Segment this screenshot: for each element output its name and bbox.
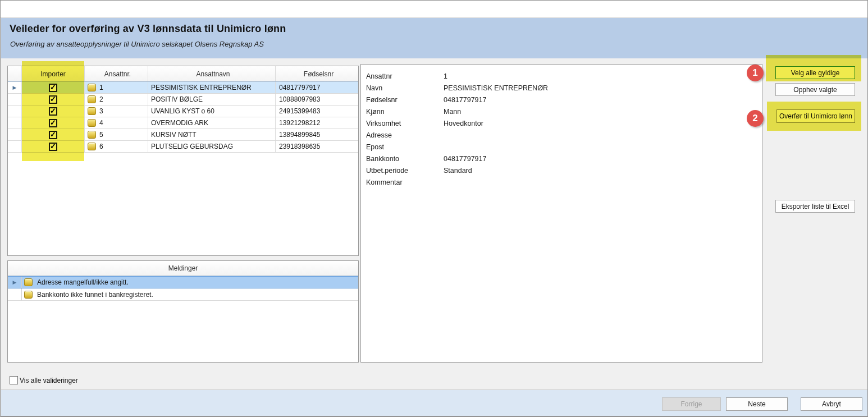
row-selector-header <box>8 66 22 81</box>
detail-row: VirksomhetHovedkontor <box>366 117 762 129</box>
gold-record-icon <box>88 119 96 127</box>
row-selector-cell[interactable]: ▶ <box>8 82 22 93</box>
detail-row: Epost <box>366 141 762 153</box>
ansattnr-cell[interactable]: 5 <box>85 129 148 140</box>
ansattnavn-cell[interactable]: KURSIV NØTT <box>148 129 276 140</box>
ansattnr-value: 1 <box>99 84 103 91</box>
row-selector-cell[interactable] <box>8 129 22 140</box>
import-checkbox[interactable]: ✓ <box>49 131 57 139</box>
table-row[interactable]: ✓ 6 PLUTSELIG GEBURSDAG 23918398635 <box>8 141 358 153</box>
employee-details-panel: Ansattnr1 NavnPESSIMISTISK ENTREPRENØR F… <box>360 64 762 363</box>
importer-cell[interactable]: ✓ <box>22 106 85 117</box>
show-validations-label: Vis alle valideringer <box>20 377 78 384</box>
message-text: Bankkonto ikke funnet i bankregisteret. <box>37 291 153 299</box>
column-header-importer[interactable]: Importer <box>22 66 85 81</box>
row-selector-cell[interactable]: ▶ <box>8 277 22 288</box>
deselect-selected-button[interactable]: Opphev valgte <box>775 83 855 96</box>
importer-cell[interactable]: ✓ <box>22 129 85 140</box>
detail-row: Adresse <box>366 129 762 141</box>
gold-record-icon <box>88 143 96 150</box>
table-row[interactable]: ▶ ✓ 1 PESSIMISTISK ENTREPRENØR 048177979… <box>8 82 358 94</box>
checkbox-checked-icon: ✓ <box>50 95 56 103</box>
row-selector-cell[interactable] <box>8 288 22 300</box>
field-value: PESSIMISTISK ENTREPRENØR <box>444 84 762 92</box>
detail-row: Utbet.periodeStandard <box>366 164 762 176</box>
import-checkbox[interactable]: ✓ <box>49 119 57 127</box>
ansattnr-cell[interactable]: 4 <box>85 117 148 129</box>
fodselsnr-cell[interactable]: 04817797917 <box>276 82 358 93</box>
transfer-to-unimicro-button[interactable]: Overfør til Unimicro lønn <box>776 109 855 123</box>
ansattnr-value: 5 <box>99 131 103 139</box>
column-header-ansattnavn[interactable]: Ansattnavn <box>148 66 276 81</box>
select-all-valid-button[interactable]: Velg alle gyldige <box>775 66 855 79</box>
import-checkbox[interactable]: ✓ <box>49 95 57 104</box>
importer-cell[interactable]: ✓ <box>22 117 85 129</box>
ansattnr-cell[interactable]: 2 <box>85 94 148 105</box>
next-button[interactable]: Neste <box>726 397 788 411</box>
show-validations-checkbox[interactable] <box>10 376 18 384</box>
field-label: Virksomhet <box>366 120 444 127</box>
back-button[interactable]: Forrige <box>662 397 721 411</box>
table-row[interactable]: ✓ 3 UVANLIG KYST o 60 24915399483 <box>8 106 358 117</box>
checkbox-checked-icon: ✓ <box>50 84 56 91</box>
export-to-excel-button[interactable]: Eksporter liste til Excel <box>775 200 855 213</box>
field-value: Standard <box>444 167 762 175</box>
field-label: Ansattnr <box>366 72 444 80</box>
ansattnavn-cell[interactable]: UVANLIG KYST o 60 <box>148 106 276 117</box>
page-title: Veileder for overføring av V3 lønnsdata … <box>10 23 286 35</box>
step2-badge: 2 <box>747 110 764 127</box>
field-value: Hovedkontor <box>444 120 762 127</box>
fodselsnr-cell[interactable]: 24915399483 <box>276 106 358 117</box>
wizard-header: Veileder for overføring av V3 lønnsdata … <box>1 18 868 58</box>
ansattnr-cell[interactable]: 1 <box>85 82 148 93</box>
fodselsnr-cell[interactable]: 13894899845 <box>276 129 358 140</box>
fodselsnr-cell[interactable]: 10888097983 <box>276 94 358 105</box>
ansattnavn-cell[interactable]: PLUTSELIG GEBURSDAG <box>148 141 276 152</box>
checkbox-checked-icon: ✓ <box>50 119 56 126</box>
gold-record-icon <box>88 84 96 91</box>
ansattnr-value: 2 <box>99 95 103 103</box>
row-selector-cell[interactable] <box>8 106 22 117</box>
fodselsnr-cell[interactable]: 13921298212 <box>276 117 358 129</box>
messages-grid-header[interactable]: Meldinger <box>8 261 358 276</box>
ansattnr-cell[interactable]: 3 <box>85 106 148 117</box>
employees-grid: Importer Ansattnr. Ansattnavn Fødselsnr … <box>7 66 359 256</box>
gold-record-icon <box>88 95 96 103</box>
ansattnavn-cell[interactable]: POSITIV BØLGE <box>148 94 276 105</box>
row-selector-cell[interactable] <box>8 141 22 152</box>
detail-row: NavnPESSIMISTISK ENTREPRENØR <box>366 82 762 94</box>
ansattnr-cell[interactable]: 6 <box>85 141 148 152</box>
ansattnr-value: 3 <box>99 107 103 115</box>
importer-cell[interactable]: ✓ <box>22 94 85 105</box>
field-label: Utbet.periode <box>366 167 444 175</box>
field-label: Bankkonto <box>366 155 444 163</box>
row-selector-cell[interactable] <box>8 94 22 105</box>
import-checkbox[interactable]: ✓ <box>49 143 57 151</box>
table-row[interactable]: ✓ 4 OVERMODIG ARK 13921298212 <box>8 117 358 129</box>
ansattnavn-cell[interactable]: OVERMODIG ARK <box>148 117 276 129</box>
show-validations-control[interactable]: Vis alle valideringer <box>10 376 78 384</box>
import-checkbox[interactable]: ✓ <box>49 107 57 116</box>
field-value: Mann <box>444 108 762 116</box>
import-checkbox[interactable]: ✓ <box>49 84 57 92</box>
message-row[interactable]: Bankkonto ikke funnet i bankregisteret. <box>8 288 358 301</box>
message-row[interactable]: ▶ Adresse mangelfull/ikke angitt. <box>8 276 358 288</box>
gold-record-icon <box>24 278 33 286</box>
fodselsnr-cell[interactable]: 23918398635 <box>276 141 358 152</box>
detail-row: Ansattnr1 <box>366 70 762 82</box>
detail-row: KjønnMann <box>366 106 762 117</box>
ansattnavn-cell[interactable]: PESSIMISTISK ENTREPRENØR <box>148 82 276 93</box>
importer-cell[interactable]: ✓ <box>22 82 85 93</box>
row-selector-cell[interactable] <box>8 117 22 129</box>
importer-cell[interactable]: ✓ <box>22 141 85 152</box>
field-label: Epost <box>366 143 444 151</box>
table-row[interactable]: ✓ 2 POSITIV BØLGE 10888097983 <box>8 94 358 106</box>
current-row-arrow-icon: ▶ <box>13 85 17 90</box>
table-row[interactable]: ✓ 5 KURSIV NØTT 13894899845 <box>8 129 358 141</box>
field-label: Kommentar <box>366 178 444 186</box>
field-label: Navn <box>366 84 444 92</box>
column-header-fodselsnr[interactable]: Fødselsnr <box>276 66 358 81</box>
column-header-ansattnr[interactable]: Ansattnr. <box>85 66 148 81</box>
gold-record-icon <box>88 107 96 115</box>
cancel-button[interactable]: Avbryt <box>801 397 862 411</box>
